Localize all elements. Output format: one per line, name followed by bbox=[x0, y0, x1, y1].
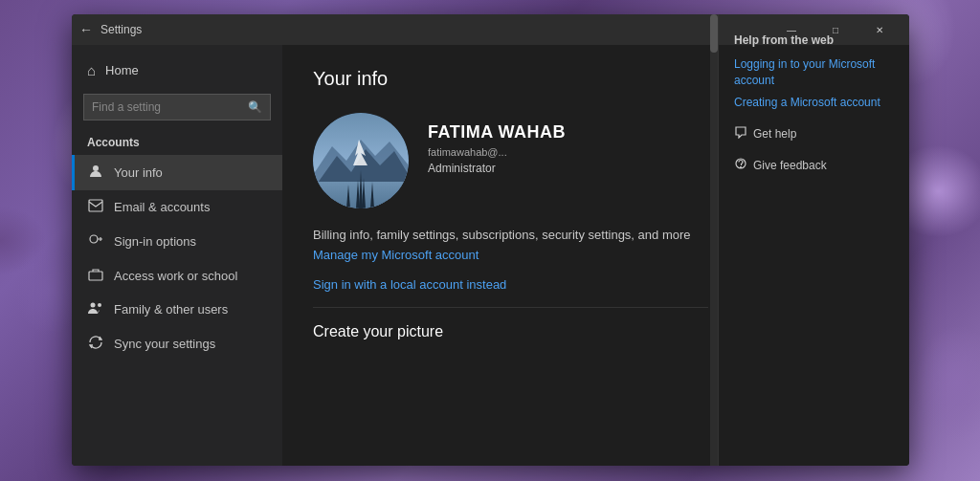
sidebar-section-accounts: Accounts bbox=[72, 126, 282, 155]
sidebar-item-your-info-label: Your info bbox=[114, 165, 163, 180]
window-title: Settings bbox=[100, 23, 769, 36]
svg-point-0 bbox=[93, 165, 99, 171]
profile-section: FATIMA WAHAB fatimawahab@... Administrat… bbox=[313, 113, 708, 208]
profile-info: FATIMA WAHAB fatimawahab@... Administrat… bbox=[428, 113, 566, 175]
get-help-label: Get help bbox=[753, 127, 796, 141]
help-title: Help from the web bbox=[734, 45, 894, 47]
help-link-login[interactable]: Logging in to your Microsoft account bbox=[734, 56, 894, 89]
create-picture-title: Create your picture bbox=[313, 307, 708, 340]
svg-point-4 bbox=[91, 303, 96, 308]
sign-in-local-link[interactable]: Sign in with a local account instead bbox=[313, 277, 708, 292]
sync-icon bbox=[87, 335, 104, 353]
svg-point-5 bbox=[98, 303, 101, 307]
sidebar-item-access-work-label: Access work or school bbox=[114, 269, 237, 283]
sidebar-item-home[interactable]: ⌂ Home bbox=[72, 53, 282, 88]
sidebar-item-sync[interactable]: Sync your settings bbox=[72, 326, 282, 361]
search-box[interactable]: 🔍 bbox=[83, 94, 271, 120]
sidebar-item-email-label: Email & accounts bbox=[114, 200, 210, 214]
sidebar-item-access-work[interactable]: Access work or school bbox=[72, 259, 282, 293]
back-button[interactable]: ← bbox=[79, 22, 93, 37]
help-link-create[interactable]: Creating a Microsoft account bbox=[734, 95, 894, 111]
sidebar-item-sign-in[interactable]: Sign-in options bbox=[72, 224, 282, 259]
scrollbar-track[interactable] bbox=[710, 45, 718, 466]
search-icon: 🔍 bbox=[248, 100, 262, 114]
sidebar-item-sync-label: Sync your settings bbox=[114, 337, 215, 351]
svg-point-18 bbox=[741, 167, 742, 168]
svg-rect-3 bbox=[89, 272, 102, 280]
briefcase-icon bbox=[87, 268, 104, 284]
person-icon bbox=[87, 164, 104, 182]
give-feedback-button[interactable]: Give feedback bbox=[734, 157, 894, 173]
get-help-button[interactable]: Get help bbox=[734, 125, 894, 142]
home-icon: ⌂ bbox=[87, 62, 96, 78]
home-label: Home bbox=[105, 63, 139, 77]
sidebar: ⌂ Home 🔍 Accounts Your info bbox=[72, 45, 282, 466]
sidebar-item-sign-in-label: Sign-in options bbox=[114, 234, 196, 249]
manage-account-link[interactable]: Manage my Microsoft account bbox=[313, 248, 708, 262]
profile-role: Administrator bbox=[428, 162, 566, 175]
billing-text: Billing info, family settings, subscript… bbox=[313, 228, 708, 242]
sidebar-item-family[interactable]: Family & other users bbox=[72, 293, 282, 326]
content-area: ⌂ Home 🔍 Accounts Your info bbox=[72, 45, 909, 466]
profile-name: FATIMA WAHAB bbox=[428, 122, 566, 142]
sidebar-item-your-info[interactable]: Your info bbox=[72, 155, 282, 190]
chat-icon bbox=[734, 125, 747, 142]
key-icon bbox=[87, 232, 104, 251]
settings-window: ← Settings — □ ✕ ⌂ Home 🔍 Accounts bbox=[72, 14, 909, 466]
feedback-icon bbox=[734, 157, 747, 173]
sidebar-item-family-label: Family & other users bbox=[114, 302, 228, 317]
avatar bbox=[313, 113, 409, 208]
profile-email: fatimawahab@... bbox=[428, 146, 566, 158]
svg-rect-1 bbox=[89, 200, 102, 211]
people-icon bbox=[87, 301, 104, 317]
search-input[interactable] bbox=[92, 100, 248, 114]
page-title: Your info bbox=[313, 68, 708, 90]
help-panel: Help from the web Logging in to your Mic… bbox=[718, 45, 909, 466]
give-feedback-label: Give feedback bbox=[753, 159, 827, 172]
scrollbar-thumb[interactable] bbox=[710, 45, 718, 53]
svg-point-2 bbox=[90, 235, 98, 243]
email-icon bbox=[87, 199, 104, 215]
sidebar-item-email-accounts[interactable]: Email & accounts bbox=[72, 190, 282, 224]
